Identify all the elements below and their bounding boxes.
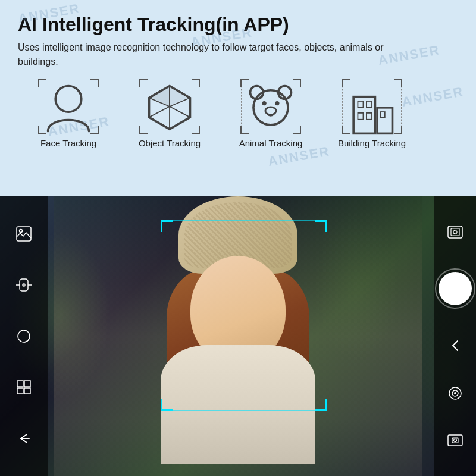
svg-rect-18 bbox=[367, 113, 372, 120]
svg-rect-16 bbox=[367, 101, 372, 108]
camera-section bbox=[0, 196, 476, 476]
person-area bbox=[54, 196, 422, 476]
svg-rect-17 bbox=[358, 113, 363, 120]
tracking-item-object: Object Tracking bbox=[119, 80, 220, 148]
face-icon bbox=[39, 77, 98, 136]
face-icon-inner bbox=[39, 80, 98, 133]
building-icon bbox=[343, 77, 401, 136]
tracking-icons-container: Face Tracking Object Tracking bbox=[18, 80, 458, 148]
top-section: ANNSER ANNSER ANNSER ANNSER ANNSER ANNSE… bbox=[0, 0, 476, 196]
svg-rect-31 bbox=[451, 228, 459, 236]
face-icon-frame bbox=[39, 80, 98, 133]
svg-marker-2 bbox=[170, 86, 190, 107]
svg-rect-36 bbox=[448, 435, 462, 446]
svg-rect-29 bbox=[24, 388, 30, 394]
animal-icon bbox=[242, 77, 300, 136]
gallery-icon[interactable] bbox=[13, 223, 35, 245]
settings-icon[interactable] bbox=[444, 430, 466, 451]
page-title: AI Intelligent Tracking(in APP) bbox=[18, 13, 458, 36]
chevron-icon[interactable] bbox=[444, 335, 466, 356]
svg-rect-27 bbox=[24, 381, 30, 387]
svg-rect-28 bbox=[17, 388, 23, 394]
svg-marker-3 bbox=[149, 86, 170, 107]
svg-line-5 bbox=[170, 107, 190, 117]
person-face bbox=[143, 196, 333, 464]
back-icon[interactable] bbox=[13, 428, 35, 449]
svg-rect-20 bbox=[17, 227, 31, 241]
svg-point-11 bbox=[275, 101, 279, 105]
timer-icon[interactable] bbox=[13, 325, 35, 347]
clothing bbox=[161, 345, 315, 464]
tracking-item-building: Building Tracking bbox=[321, 80, 422, 148]
camera-switch-icon[interactable] bbox=[444, 383, 466, 404]
svg-point-35 bbox=[454, 392, 456, 394]
animal-tracking-label: Animal Tracking bbox=[239, 138, 303, 148]
svg-line-6 bbox=[149, 107, 170, 117]
focus-icon[interactable] bbox=[13, 377, 35, 398]
tracking-item-animal: Animal Tracking bbox=[220, 80, 321, 148]
face-tracking-label: Face Tracking bbox=[40, 138, 96, 148]
animal-icon-frame bbox=[241, 80, 300, 133]
svg-point-21 bbox=[20, 230, 23, 233]
building-tracking-label: Building Tracking bbox=[338, 138, 406, 148]
svg-rect-30 bbox=[448, 226, 462, 238]
stabilizer-icon[interactable] bbox=[13, 274, 35, 296]
svg-point-32 bbox=[453, 230, 457, 234]
animal-icon-inner bbox=[242, 80, 300, 133]
page-subtitle: Uses intelligent image recognition techn… bbox=[18, 40, 387, 69]
svg-point-38 bbox=[454, 439, 457, 442]
svg-point-10 bbox=[262, 101, 266, 105]
object-icon-inner bbox=[140, 80, 199, 133]
svg-point-0 bbox=[55, 86, 82, 112]
left-sidebar bbox=[0, 196, 48, 476]
tracking-mode-icon[interactable] bbox=[444, 221, 466, 243]
shutter-button[interactable] bbox=[435, 268, 475, 309]
right-sidebar bbox=[434, 196, 476, 476]
building-icon-inner bbox=[343, 80, 401, 133]
tracking-item-face: Face Tracking bbox=[18, 80, 119, 148]
object-icon bbox=[140, 77, 199, 136]
svg-rect-15 bbox=[358, 101, 363, 108]
building-icon-frame bbox=[342, 80, 402, 133]
object-tracking-label: Object Tracking bbox=[139, 138, 201, 148]
svg-rect-26 bbox=[17, 381, 23, 387]
object-icon-frame bbox=[140, 80, 199, 133]
svg-rect-19 bbox=[381, 112, 385, 117]
shutter-inner bbox=[439, 272, 472, 305]
svg-point-23 bbox=[22, 283, 26, 287]
